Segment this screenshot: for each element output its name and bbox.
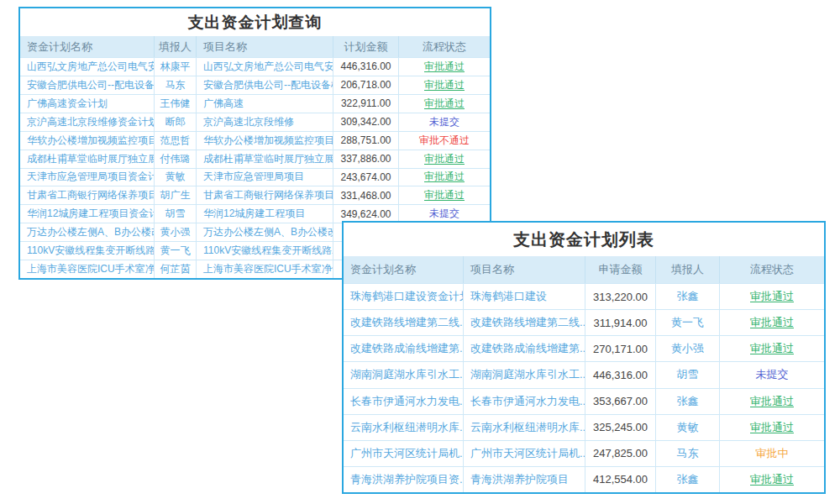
cell-reporter[interactable]: 王伟健 <box>155 95 197 113</box>
cell-amount: 288,751.00 <box>333 132 399 150</box>
column-header-plan: 资金计划名称 <box>20 36 155 57</box>
column-header-reporter: 填报人 <box>155 36 197 57</box>
cell-project[interactable]: 天津市应急管理局项目 <box>197 169 333 186</box>
cell-status[interactable]: 审批通过 <box>720 336 824 361</box>
cell-status[interactable]: 审批通过 <box>720 310 824 335</box>
cell-reporter[interactable]: 张鑫 <box>656 467 720 492</box>
column-header-plan: 资金计划名称 <box>344 256 464 283</box>
cell-plan[interactable]: 青海洪湖养护院项目资... <box>344 467 464 492</box>
cell-status[interactable]: 审批通过 <box>720 415 824 440</box>
table-row: 华软办公楼增加视频监控项目资金计划范思哲华软办公楼增加视频监控项目288,751… <box>20 132 490 150</box>
cell-reporter[interactable]: 黄小强 <box>155 223 197 241</box>
cell-project[interactable]: 华软办公楼增加视频监控项目 <box>197 132 333 150</box>
cell-plan[interactable]: 安徽合肥供电公司--配电设备检修维护 <box>20 76 155 94</box>
cell-plan[interactable]: 湖南洞庭湖水库引水工... <box>344 362 464 387</box>
cell-status[interactable]: 审批通过 <box>399 95 490 113</box>
cell-status[interactable]: 审批通过 <box>720 389 824 414</box>
panel-list-title: 支出资金计划列表 <box>344 223 824 256</box>
cell-plan[interactable]: 广佛高速资金计划 <box>20 95 155 113</box>
column-header-amount: 申请金额 <box>585 256 656 283</box>
cell-plan[interactable]: 甘肃省工商银行网络保养项目资金计划 <box>20 186 155 204</box>
cell-reporter[interactable]: 马东 <box>656 441 720 466</box>
cell-reporter[interactable]: 断郎 <box>155 113 197 131</box>
cell-status[interactable]: 未提交 <box>720 362 824 387</box>
cell-reporter[interactable]: 马东 <box>155 76 197 94</box>
cell-project[interactable]: 珠海鹤港口建设 <box>464 284 585 309</box>
cell-plan[interactable]: 改建铁路线增建第二线... <box>344 310 464 335</box>
cell-reporter[interactable]: 黄敏 <box>155 169 197 186</box>
table-row: 青海洪湖养护院项目资...青海洪湖养护院项目412,554.00张鑫审批通过 <box>344 467 824 492</box>
cell-reporter[interactable]: 黄一飞 <box>656 310 720 335</box>
cell-plan[interactable]: 京沪高速北京段维修资金计划 <box>20 113 155 131</box>
cell-plan[interactable]: 云南水利枢纽潜明水库... <box>344 415 464 440</box>
cell-amount: 412,554.00 <box>585 467 656 492</box>
cell-reporter[interactable]: 林康平 <box>155 58 197 76</box>
cell-reporter[interactable]: 黄敏 <box>656 415 720 440</box>
cell-amount: 270,171.00 <box>585 336 656 361</box>
cell-amount: 206,718.00 <box>333 76 399 94</box>
cell-project[interactable]: 上海市美容医院ICU手术室净化工程 <box>197 260 333 278</box>
cell-reporter[interactable]: 胡广生 <box>155 186 197 204</box>
cell-reporter[interactable]: 胡雪 <box>155 205 197 223</box>
cell-status[interactable]: 审批通过 <box>399 150 490 168</box>
cell-amount: 313,220.00 <box>585 284 656 309</box>
cell-reporter[interactable]: 张鑫 <box>656 389 720 414</box>
cell-project[interactable]: 广州市天河区统计局机... <box>464 441 585 466</box>
cell-plan[interactable]: 天津市应急管理局项目资金计划 <box>20 169 155 186</box>
cell-reporter[interactable]: 何芷茵 <box>155 260 197 278</box>
cell-project[interactable]: 成都杜甫草堂临时展厅独立展柜报警 <box>197 150 333 168</box>
cell-plan[interactable]: 山西弘文房地产总公司电气安装工程资 <box>20 58 155 76</box>
cell-project[interactable]: 万达办公楼左侧A、B办公楼改造 <box>197 223 333 241</box>
cell-reporter[interactable]: 范思哲 <box>155 132 197 150</box>
cell-project[interactable]: 京沪高速北京段维修 <box>197 113 333 131</box>
cell-project[interactable]: 湖南洞庭湖水库引水工... <box>464 362 585 387</box>
cell-status[interactable]: 审批通过 <box>720 467 824 492</box>
cell-plan[interactable]: 改建铁路成渝线增建第... <box>344 336 464 361</box>
cell-plan[interactable]: 广州市天河区统计局机... <box>344 441 464 466</box>
cell-project[interactable]: 安徽合肥供电公司--配电设备检修维护 <box>197 76 333 94</box>
cell-plan[interactable]: 成都杜甫草堂临时展厅独立展柜报警设 <box>20 150 155 168</box>
panel-query-title: 支出资金计划查询 <box>20 8 490 36</box>
panel-query-header-row: 资金计划名称填报人项目名称计划金额流程状态 <box>20 36 490 58</box>
cell-project[interactable]: 长春市伊通河水力发电... <box>464 389 585 414</box>
cell-project[interactable]: 山西弘文房地产总公司电气安装工程 <box>197 58 333 76</box>
table-row: 安徽合肥供电公司--配电设备检修维护马东安徽合肥供电公司--配电设备检修维护20… <box>20 76 490 95</box>
table-row: 改建铁路成渝线增建第...改建铁路成渝线增建第...270,171.00黄小强审… <box>344 336 824 362</box>
cell-status[interactable]: 审批通过 <box>399 58 490 76</box>
cell-plan[interactable]: 华软办公楼增加视频监控项目资金计划 <box>20 132 155 150</box>
cell-plan[interactable]: 上海市美容医院ICU手术室净化工程资 <box>20 260 155 278</box>
cell-project[interactable]: 甘肃省工商银行网络保养项目 <box>197 186 333 204</box>
table-row: 广佛高速资金计划王伟健广佛高速322,911.00审批通过 <box>20 95 490 113</box>
cell-plan[interactable]: 万达办公楼左侧A、B办公楼改造建设 <box>20 223 155 241</box>
cell-plan[interactable]: 长春市伊通河水力发电... <box>344 389 464 414</box>
cell-status[interactable]: 未提交 <box>399 113 490 131</box>
cell-plan[interactable]: 华润12城房建工程项目资金计划 <box>20 205 155 223</box>
cell-status[interactable]: 审批中 <box>720 441 824 466</box>
cell-reporter[interactable]: 付伟璐 <box>155 150 197 168</box>
cell-amount: 247,825.00 <box>585 441 656 466</box>
table-row: 珠海鹤港口建设资金计划珠海鹤港口建设313,220.00张鑫审批通过 <box>344 284 824 310</box>
cell-reporter[interactable]: 胡雪 <box>656 362 720 387</box>
cell-project[interactable]: 改建铁路成渝线增建第... <box>464 336 585 361</box>
cell-reporter[interactable]: 黄小强 <box>656 336 720 361</box>
cell-reporter[interactable]: 张鑫 <box>656 284 720 309</box>
cell-status[interactable]: 审批通过 <box>399 169 490 186</box>
cell-project[interactable]: 广佛高速 <box>197 95 333 113</box>
cell-plan[interactable]: 110kV安徽线程集变开断线路工程资金 <box>20 242 155 260</box>
cell-reporter[interactable]: 黄一飞 <box>155 242 197 260</box>
cell-project[interactable]: 青海洪湖养护院项目 <box>464 467 585 492</box>
column-header-reporter: 填报人 <box>656 256 720 283</box>
cell-amount: 337,886.00 <box>333 150 399 168</box>
cell-project[interactable]: 云南水利枢纽潜明水库... <box>464 415 585 440</box>
cell-plan[interactable]: 珠海鹤港口建设资金计划 <box>344 284 464 309</box>
cell-project[interactable]: 110kV安徽线程集变开断线路工程 <box>197 242 333 260</box>
cell-status[interactable]: 审批通过 <box>399 76 490 94</box>
cell-status[interactable]: 审批通过 <box>720 284 824 309</box>
cell-status[interactable]: 审批通过 <box>399 186 490 204</box>
cell-amount: 446,316.00 <box>585 362 656 387</box>
cell-status[interactable]: 审批不通过 <box>399 132 490 150</box>
cell-project[interactable]: 华润12城房建工程项目 <box>197 205 333 223</box>
panel-expenditure-plan-list: 支出资金计划列表 资金计划名称项目名称申请金额填报人流程状态 珠海鹤港口建设资金… <box>342 221 826 494</box>
table-row: 天津市应急管理局项目资金计划黄敏天津市应急管理局项目243,674.00审批通过 <box>20 169 490 187</box>
cell-project[interactable]: 改建铁路线增建第二线... <box>464 310 585 335</box>
